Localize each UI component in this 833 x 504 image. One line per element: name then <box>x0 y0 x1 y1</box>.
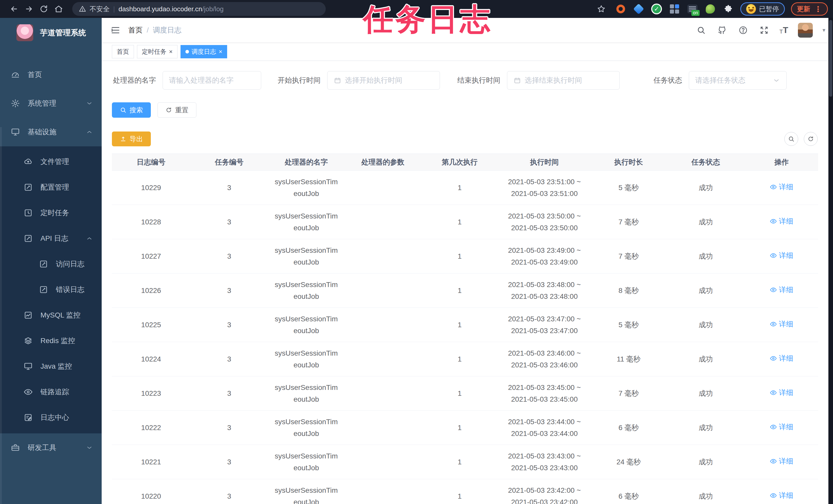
detail-link[interactable]: 详细 <box>770 250 793 261</box>
sidebar-menu-item[interactable]: Redis 监控 <box>0 328 102 354</box>
toggle-search-button[interactable] <box>784 132 798 146</box>
detail-link[interactable]: 详细 <box>770 490 793 501</box>
extension-ring-icon[interactable] <box>615 3 626 15</box>
paused-badge[interactable]: 已暂停 <box>740 2 785 16</box>
github-icon[interactable] <box>716 25 728 36</box>
cell-time: 2021-05-03 23:49:00 ~2021-05-03 23:49:00 <box>498 239 591 274</box>
bookmark-star-icon[interactable] <box>594 2 609 16</box>
sidebar-menu-item[interactable]: 访问日志 <box>0 251 102 277</box>
eye-icon <box>770 218 777 225</box>
cell-param <box>344 376 421 411</box>
search-button[interactable]: 搜索 <box>112 102 151 118</box>
tab-home[interactable]: 首页 <box>112 45 134 58</box>
user-avatar[interactable] <box>798 23 813 37</box>
sidebar-menu-item[interactable]: MySQL 监控 <box>0 302 102 328</box>
cell-param <box>344 274 421 308</box>
close-icon[interactable]: × <box>169 49 173 55</box>
sidebar-menu-item[interactable]: API 日志 <box>0 226 102 251</box>
search-icon[interactable] <box>695 25 707 36</box>
cell-count: 1 <box>421 171 498 205</box>
update-button[interactable]: 更新 ⋮ <box>791 2 828 16</box>
detail-link[interactable]: 详细 <box>770 421 793 433</box>
address-bar[interactable]: 不安全 | dashboard.yudao.iocoder.cn/job/log <box>72 2 326 16</box>
tags-view-bar: 首页 定时任务× 调度日志× <box>102 43 833 61</box>
export-button[interactable]: 导出 <box>112 131 151 146</box>
font-size-icon[interactable]: TT <box>780 25 788 35</box>
sidebar-menu-item[interactable]: 配置管理 <box>0 175 102 200</box>
sidebar-menu-item[interactable]: 定时任务 <box>0 200 102 226</box>
cell-status: 成功 <box>667 274 745 308</box>
app-logo-row[interactable]: 芋道管理系统 <box>0 18 102 48</box>
cell-time: 2021-05-03 23:42:00 ~2021-05-03 23:42:00 <box>498 479 591 504</box>
col-duration: 执行时长 <box>591 154 667 171</box>
eye-icon <box>770 458 777 465</box>
tab-timed-task[interactable]: 定时任务× <box>137 45 177 58</box>
extension-leaf-icon[interactable] <box>705 3 716 15</box>
extensions-puzzle-icon[interactable] <box>722 3 734 15</box>
cell-action: 详细 <box>745 239 818 274</box>
sidebar-menu-item[interactable]: 文件管理 <box>0 149 102 175</box>
sidebar-menu-item[interactable]: 首页 <box>0 60 102 89</box>
extension-gem-icon[interactable] <box>633 3 645 15</box>
menu-item-label: 日志中心 <box>41 413 93 422</box>
breadcrumb-home[interactable]: 首页 <box>128 25 143 35</box>
chevron-down-icon[interactable]: ▾ <box>823 27 825 33</box>
end-time-field[interactable] <box>525 76 613 84</box>
detail-link[interactable]: 详细 <box>770 318 793 330</box>
sidebar-menu-item[interactable]: 错误日志 <box>0 277 102 302</box>
sidebar-menu-item[interactable]: 系统管理 <box>0 89 102 118</box>
sidebar-menu-item[interactable]: Java 监控 <box>0 354 102 379</box>
menu-item-label: 首页 <box>28 70 93 80</box>
forward-icon[interactable] <box>22 2 37 16</box>
edit-icon <box>39 259 48 269</box>
handler-input[interactable] <box>163 71 261 90</box>
scrollbar-thumb[interactable] <box>829 20 832 97</box>
update-label: 更新 <box>797 5 810 14</box>
cell-duration: 24 毫秒 <box>591 445 667 479</box>
cell-task-id: 3 <box>190 376 268 411</box>
cell-log-id: 10225 <box>112 308 190 342</box>
fullscreen-icon[interactable] <box>759 25 770 36</box>
eye-icon <box>770 252 777 259</box>
detail-link[interactable]: 详细 <box>770 455 793 467</box>
detail-link[interactable]: 详细 <box>770 284 793 296</box>
detail-link[interactable]: 详细 <box>770 387 793 399</box>
col-handler-param: 处理器的参数 <box>344 154 421 171</box>
refresh-table-button[interactable] <box>804 132 818 146</box>
sidebar-menu-item[interactable]: 研发工具 <box>0 433 102 462</box>
handler-input-field[interactable] <box>169 76 255 84</box>
cell-param <box>344 411 421 445</box>
sidebar-menu-item[interactable]: 日志中心 <box>0 405 102 430</box>
detail-link[interactable]: 详细 <box>770 353 793 364</box>
status-select-field[interactable] <box>695 76 769 84</box>
end-time-input[interactable] <box>507 71 620 90</box>
chart-icon <box>24 310 33 320</box>
help-icon[interactable] <box>737 25 749 36</box>
status-select[interactable] <box>689 71 787 90</box>
menu-item-label: API 日志 <box>41 233 78 243</box>
table-row: 10229 3 sysUserSessionTimeoutJob 1 2021-… <box>112 171 818 205</box>
sidebar-menu-item[interactable]: 基础设施 <box>0 118 102 146</box>
sidebar-menu-item[interactable]: 链路追踪 <box>0 379 102 405</box>
reload-icon[interactable] <box>37 2 51 16</box>
begin-time-field[interactable] <box>345 76 433 84</box>
extension-check-icon[interactable]: ✓ <box>651 3 663 15</box>
cell-task-id: 3 <box>190 239 268 274</box>
extension-on-icon[interactable]: on <box>687 3 698 15</box>
cell-action: 详细 <box>745 376 818 411</box>
url-separator: | <box>113 5 115 13</box>
tab-schedule-log[interactable]: 调度日志× <box>181 45 227 58</box>
reset-button[interactable]: 重置 <box>158 102 196 118</box>
begin-time-label: 开始执行时间 <box>277 75 320 85</box>
detail-link[interactable]: 详细 <box>770 181 793 193</box>
begin-time-input[interactable] <box>327 71 440 90</box>
extension-grid-icon[interactable] <box>669 3 681 15</box>
back-icon[interactable] <box>7 2 22 16</box>
chevron-down-icon <box>86 444 93 451</box>
close-icon[interactable]: × <box>219 49 222 55</box>
home-icon[interactable] <box>51 2 66 16</box>
detail-link[interactable]: 详细 <box>770 216 793 227</box>
filter-handler: 处理器的名字 <box>112 71 261 90</box>
sidebar-toggle-icon[interactable] <box>109 24 122 36</box>
page-scrollbar[interactable] <box>828 18 833 504</box>
